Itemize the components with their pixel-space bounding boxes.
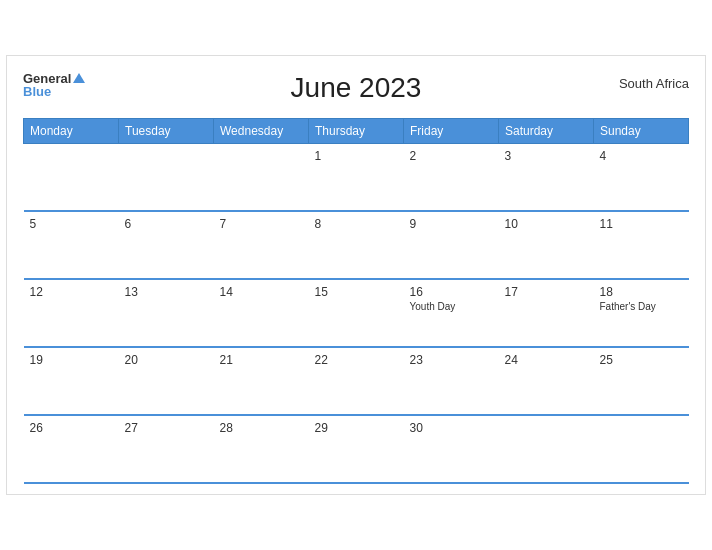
- table-row: [214, 143, 309, 211]
- table-row: 4: [594, 143, 689, 211]
- table-row: 20: [119, 347, 214, 415]
- logo-general-text: General: [23, 72, 71, 85]
- day-number: 13: [125, 285, 208, 299]
- day-number: 15: [315, 285, 398, 299]
- day-number: 4: [600, 149, 683, 163]
- table-row: 5: [24, 211, 119, 279]
- table-row: [499, 415, 594, 483]
- table-row: 14: [214, 279, 309, 347]
- header-sunday: Sunday: [594, 118, 689, 143]
- logo-blue-text: Blue: [23, 85, 85, 98]
- logo: General Blue: [23, 72, 85, 98]
- table-row: 29: [309, 415, 404, 483]
- calendar-container: General Blue June 2023 South Africa Mond…: [6, 55, 706, 496]
- day-number: 3: [505, 149, 588, 163]
- header-tuesday: Tuesday: [119, 118, 214, 143]
- table-row: 6: [119, 211, 214, 279]
- day-number: 27: [125, 421, 208, 435]
- day-number: 6: [125, 217, 208, 231]
- table-row: 28: [214, 415, 309, 483]
- day-number: 24: [505, 353, 588, 367]
- table-row: [119, 143, 214, 211]
- table-row: 11: [594, 211, 689, 279]
- day-number: 11: [600, 217, 683, 231]
- table-row: 13: [119, 279, 214, 347]
- table-row: 7: [214, 211, 309, 279]
- day-number: 12: [30, 285, 113, 299]
- day-number: 30: [410, 421, 493, 435]
- table-row: 8: [309, 211, 404, 279]
- day-number: 21: [220, 353, 303, 367]
- table-row: 21: [214, 347, 309, 415]
- day-number: 10: [505, 217, 588, 231]
- header-thursday: Thursday: [309, 118, 404, 143]
- calendar-grid: Monday Tuesday Wednesday Thursday Friday…: [23, 118, 689, 485]
- day-number: 14: [220, 285, 303, 299]
- day-number: 9: [410, 217, 493, 231]
- table-row: 23: [404, 347, 499, 415]
- calendar-week-row: 1213141516Youth Day1718Father's Day: [24, 279, 689, 347]
- table-row: 18Father's Day: [594, 279, 689, 347]
- country-label: South Africa: [619, 76, 689, 91]
- day-number: 22: [315, 353, 398, 367]
- header-saturday: Saturday: [499, 118, 594, 143]
- day-number: 29: [315, 421, 398, 435]
- table-row: 15: [309, 279, 404, 347]
- table-row: 9: [404, 211, 499, 279]
- table-row: 27: [119, 415, 214, 483]
- calendar-header: General Blue June 2023 South Africa: [23, 72, 689, 104]
- logo-triangle-icon: [73, 73, 85, 83]
- table-row: 12: [24, 279, 119, 347]
- calendar-week-row: 1234: [24, 143, 689, 211]
- day-number: 28: [220, 421, 303, 435]
- calendar-week-row: 2627282930: [24, 415, 689, 483]
- calendar-week-row: 19202122232425: [24, 347, 689, 415]
- day-number: 1: [315, 149, 398, 163]
- table-row: 26: [24, 415, 119, 483]
- header-monday: Monday: [24, 118, 119, 143]
- table-row: 1: [309, 143, 404, 211]
- table-row: 2: [404, 143, 499, 211]
- header-wednesday: Wednesday: [214, 118, 309, 143]
- header-friday: Friday: [404, 118, 499, 143]
- table-row: 3: [499, 143, 594, 211]
- day-number: 16: [410, 285, 493, 299]
- table-row: [594, 415, 689, 483]
- table-row: 30: [404, 415, 499, 483]
- calendar-title: June 2023: [291, 72, 422, 104]
- day-number: 26: [30, 421, 113, 435]
- table-row: 19: [24, 347, 119, 415]
- day-number: 5: [30, 217, 113, 231]
- calendar-week-row: 567891011: [24, 211, 689, 279]
- day-number: 7: [220, 217, 303, 231]
- holiday-label: Father's Day: [600, 301, 683, 312]
- table-row: 10: [499, 211, 594, 279]
- day-number: 18: [600, 285, 683, 299]
- table-row: 22: [309, 347, 404, 415]
- day-number: 19: [30, 353, 113, 367]
- holiday-label: Youth Day: [410, 301, 493, 312]
- day-number: 23: [410, 353, 493, 367]
- day-headers-row: Monday Tuesday Wednesday Thursday Friday…: [24, 118, 689, 143]
- table-row: 17: [499, 279, 594, 347]
- day-number: 17: [505, 285, 588, 299]
- day-number: 20: [125, 353, 208, 367]
- day-number: 25: [600, 353, 683, 367]
- table-row: 24: [499, 347, 594, 415]
- table-row: [24, 143, 119, 211]
- day-number: 2: [410, 149, 493, 163]
- table-row: 16Youth Day: [404, 279, 499, 347]
- table-row: 25: [594, 347, 689, 415]
- day-number: 8: [315, 217, 398, 231]
